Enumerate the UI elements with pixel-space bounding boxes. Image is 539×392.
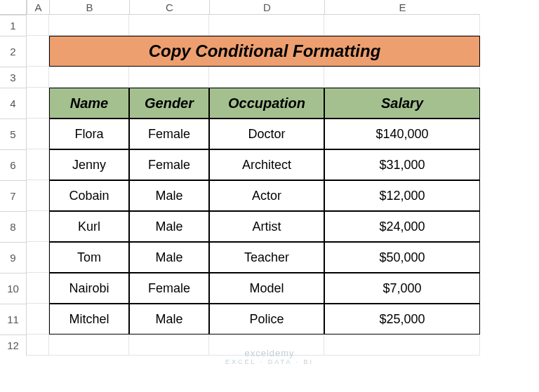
column-header-a[interactable]: A	[27, 0, 49, 15]
cell-name[interactable]: Cobain	[49, 180, 129, 211]
header-salary[interactable]: Salary	[324, 88, 480, 119]
title-cell[interactable]: Copy Conditional Formatting	[49, 36, 480, 67]
cell-salary[interactable]: $12,000	[324, 180, 480, 211]
row-header-3[interactable]: 3	[0, 67, 27, 88]
empty-cell[interactable]	[129, 15, 209, 36]
cell-name[interactable]: Mitchel	[49, 304, 129, 334]
cell-name[interactable]: Flora	[49, 119, 129, 149]
column-headers: ABCDE	[27, 0, 480, 15]
row-header-11[interactable]: 11	[0, 304, 27, 334]
empty-cell[interactable]	[324, 15, 480, 36]
cell-occupation[interactable]: Doctor	[209, 119, 324, 149]
select-all-corner[interactable]	[0, 0, 27, 15]
cell-salary[interactable]: $50,000	[324, 242, 480, 273]
empty-cell[interactable]	[27, 334, 49, 356]
empty-cell[interactable]	[27, 15, 49, 36]
cell-occupation[interactable]: Police	[209, 304, 324, 334]
watermark-subtext: EXCEL · DATA · BI	[225, 358, 314, 365]
header-name[interactable]: Name	[49, 88, 129, 119]
empty-cell[interactable]	[27, 119, 49, 149]
empty-cell[interactable]	[27, 304, 49, 334]
row-header-12[interactable]: 12	[0, 334, 27, 356]
empty-cell[interactable]	[27, 36, 49, 67]
empty-cell[interactable]	[49, 334, 129, 356]
empty-cell[interactable]	[324, 334, 480, 356]
column-header-d[interactable]: D	[209, 0, 324, 15]
cell-salary[interactable]: $25,000	[324, 304, 480, 334]
empty-cell[interactable]	[27, 180, 49, 211]
cell-salary[interactable]: $31,000	[324, 149, 480, 180]
row-header-5[interactable]: 5	[0, 119, 27, 149]
header-gender[interactable]: Gender	[129, 88, 209, 119]
empty-cell[interactable]	[209, 67, 324, 88]
row-header-10[interactable]: 10	[0, 273, 27, 304]
cell-gender[interactable]: Female	[129, 149, 209, 180]
column-header-c[interactable]: C	[129, 0, 209, 15]
empty-cell[interactable]	[129, 67, 209, 88]
spreadsheet: ABCDE 123456789101112 Copy Conditional F…	[0, 0, 539, 392]
header-occupation[interactable]: Occupation	[209, 88, 324, 119]
row-header-1[interactable]: 1	[0, 15, 27, 36]
empty-cell[interactable]	[27, 273, 49, 304]
empty-cell[interactable]	[27, 88, 49, 119]
column-header-b[interactable]: B	[49, 0, 129, 15]
empty-cell[interactable]	[49, 15, 129, 36]
column-header-e[interactable]: E	[324, 0, 480, 15]
cell-salary[interactable]: $140,000	[324, 119, 480, 149]
row-header-6[interactable]: 6	[0, 149, 27, 180]
cell-occupation[interactable]: Artist	[209, 211, 324, 242]
row-headers: 123456789101112	[0, 15, 27, 356]
row-header-9[interactable]: 9	[0, 242, 27, 273]
empty-cell[interactable]	[27, 211, 49, 242]
empty-cell[interactable]	[129, 334, 209, 356]
cell-name[interactable]: Tom	[49, 242, 129, 273]
grid: Copy Conditional FormattingNameGenderOcc…	[27, 15, 480, 356]
row-header-7[interactable]: 7	[0, 180, 27, 211]
cell-gender[interactable]: Female	[129, 119, 209, 149]
cell-gender[interactable]: Male	[129, 304, 209, 334]
cell-occupation[interactable]: Teacher	[209, 242, 324, 273]
cell-occupation[interactable]: Architect	[209, 149, 324, 180]
cell-name[interactable]: Nairobi	[49, 273, 129, 304]
empty-cell[interactable]	[27, 149, 49, 180]
cell-salary[interactable]: $7,000	[324, 273, 480, 304]
cell-occupation[interactable]: Model	[209, 273, 324, 304]
empty-cell[interactable]	[209, 15, 324, 36]
empty-cell[interactable]	[209, 334, 324, 356]
empty-cell[interactable]	[49, 67, 129, 88]
row-header-8[interactable]: 8	[0, 211, 27, 242]
cell-name[interactable]: Kurl	[49, 211, 129, 242]
cell-gender[interactable]: Male	[129, 180, 209, 211]
empty-cell[interactable]	[27, 67, 49, 88]
cell-gender[interactable]: Female	[129, 273, 209, 304]
empty-cell[interactable]	[324, 67, 480, 88]
row-header-4[interactable]: 4	[0, 88, 27, 119]
cell-gender[interactable]: Male	[129, 211, 209, 242]
empty-cell[interactable]	[27, 242, 49, 273]
cell-occupation[interactable]: Actor	[209, 180, 324, 211]
cell-name[interactable]: Jenny	[49, 149, 129, 180]
cell-salary[interactable]: $24,000	[324, 211, 480, 242]
row-header-2[interactable]: 2	[0, 36, 27, 67]
cell-gender[interactable]: Male	[129, 242, 209, 273]
